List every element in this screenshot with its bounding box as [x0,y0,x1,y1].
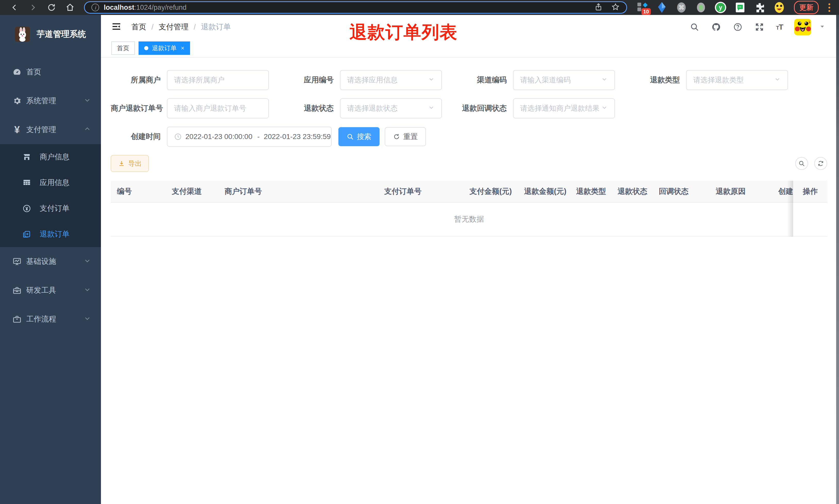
app-select[interactable]: 请选择应用信息 [340,70,442,90]
caret-down-icon[interactable] [819,23,826,31]
reset-button[interactable]: 重置 [385,127,426,146]
column-header: 编号 [111,181,165,202]
sidebar-item-merchant-info[interactable]: 商户信息 [0,144,101,170]
sidebar-item-dev-tools[interactable]: 研发工具 [0,276,101,305]
forward-icon[interactable] [25,1,41,14]
column-header: 商户订单号 [218,181,378,202]
export-button[interactable]: 导出 [111,155,149,172]
sidebar-item-refund-order[interactable]: 退款订单 [0,221,101,247]
toggle-search-icon[interactable] [795,157,808,170]
extension-badge: 10 [642,8,651,15]
refund-type-select[interactable]: 请选择退款类型 [686,70,788,90]
table-header-row: 编号 支付渠道 商户订单号 支付订单号 支付金额(元) 退款金额(元) 退款类型… [111,181,827,202]
field-label: 退款状态 [284,103,340,113]
refund-table: 编号 支付渠道 商户订单号 支付订单号 支付金额(元) 退款金额(元) 退款类型… [111,181,827,237]
extension-y-icon[interactable]: y [715,2,727,13]
window-edge [836,15,839,504]
logo-rabbit-avatar [15,27,30,42]
column-header-actions: 操作 [793,181,827,202]
browser-menu-icon[interactable] [826,3,833,12]
page-annotation: 退款订单列表 [350,21,458,44]
extension-diigo-icon[interactable]: 10 [636,2,648,13]
notify-status-select[interactable]: 请选择通知商户退款结果的 [513,98,615,119]
create-time-range-picker[interactable]: 2022-01-23 00:00:00 - 2022-01-23 23:59:5… [167,127,332,147]
field-label: 所属商户 [111,75,167,85]
merchant-input[interactable] [167,70,269,90]
sidebar-item-label: 退款订单 [40,229,70,239]
avatar[interactable] [794,19,811,35]
sidebar-logo[interactable]: 芋道管理系统 [0,15,101,48]
back-icon[interactable] [6,1,23,14]
github-icon[interactable] [711,22,721,32]
filter-row-1: 所属商户 应用编号 请选择应用信息 渠道编码 请输入渠道编码 [111,70,839,90]
font-size-icon[interactable]: TT [776,23,783,31]
sidebar-item-label: 基础设施 [26,256,56,267]
site-info-icon[interactable]: i [91,4,99,11]
sidebar-item-pay-order[interactable]: 支付订单 [0,196,101,221]
search-button[interactable]: 搜索 [338,127,379,146]
extension-kite-icon[interactable] [656,2,668,13]
app-title: 芋道管理系统 [37,29,86,40]
sidebar-item-system[interactable]: 系统管理 [0,87,101,115]
bookmark-star-icon[interactable] [611,3,620,12]
gear-icon [11,96,23,106]
sidebar-collapse-icon[interactable] [111,21,123,33]
column-header: 退款金额(元) [518,181,570,202]
chevron-down-icon [774,76,781,85]
url-text[interactable]: localhost:1024/pay/refund [104,4,186,12]
sidebar-item-label: 商户信息 [40,152,70,162]
sidebar-item-infrastructure[interactable]: 基础设施 [0,247,101,276]
sidebar-item-workflow[interactable]: 工作流程 [0,305,101,334]
main-area: 退款订单列表 首页 / 支付管理 / 退款订单 [101,15,839,504]
empty-text: 暂无数据 [111,202,827,236]
reload-icon[interactable] [43,1,60,14]
sidebar-item-label: 工作流程 [26,314,56,324]
field-label: 渠道编码 [457,75,513,85]
sidebar-item-label: 应用信息 [40,178,70,188]
extension-emoji-icon[interactable] [773,2,785,13]
page-header: 首页 / 支付管理 / 退款订单 TT [101,15,839,39]
channel-select[interactable]: 请输入渠道编码 [513,70,615,90]
chevron-down-icon [428,104,435,113]
briefcase-icon [11,314,23,324]
browser-update-button[interactable]: 更新 [794,1,819,14]
home-icon[interactable] [62,1,78,14]
share-icon[interactable] [594,3,603,12]
tags-view-bar: 首页 退款订单 × [101,39,839,58]
close-icon[interactable]: × [181,44,184,52]
sidebar-item-label: 首页 [26,67,41,77]
address-bar[interactable]: i localhost:1024/pay/refund [84,1,627,14]
extension-command-icon[interactable]: ⌘ [676,2,687,13]
sidebar-item-payment[interactable]: ¥ 支付管理 [0,115,101,144]
range-start-value: 2022-01-23 00:00:00 [185,132,253,141]
fullscreen-icon[interactable] [754,22,765,32]
refund-status-select[interactable]: 请选择退款状态 [340,98,442,119]
extensions-row: 10 ⌘ y [636,2,785,13]
tab-home[interactable]: 首页 [111,41,135,55]
field-label: 退款回调状态 [457,103,513,113]
extension-chat-icon[interactable] [734,2,746,13]
svg-text:⌘: ⌘ [679,4,684,11]
merchant-refund-no-input[interactable] [167,98,269,119]
breadcrumb-payment[interactable]: 支付管理 [159,22,189,32]
sidebar-item-home[interactable]: 首页 [0,58,101,87]
extensions-puzzle-icon[interactable] [754,2,766,13]
chevron-down-icon [84,97,91,105]
empty-row: 暂无数据 [111,202,827,236]
search-icon[interactable] [690,22,700,32]
active-tab-dot [144,46,148,50]
refund-doc-icon [22,229,32,239]
help-icon[interactable] [733,22,743,32]
field-label: 商户退款订单号 [111,103,167,113]
page-content: 所属商户 应用编号 请选择应用信息 渠道编码 请输入渠道编码 [101,58,839,237]
sidebar-item-app-info[interactable]: 应用信息 [0,170,101,196]
extension-green-dot-icon[interactable] [695,2,707,13]
chevron-down-icon [84,257,91,266]
breadcrumb-home[interactable]: 首页 [131,22,146,32]
tab-refund-order[interactable]: 退款订单 × [139,41,190,55]
column-header: 回调状态 [653,181,710,202]
chevron-down-icon [84,315,91,324]
chevron-down-icon [84,286,91,295]
refresh-icon[interactable] [814,157,827,170]
sidebar-item-label: 系统管理 [26,96,56,106]
